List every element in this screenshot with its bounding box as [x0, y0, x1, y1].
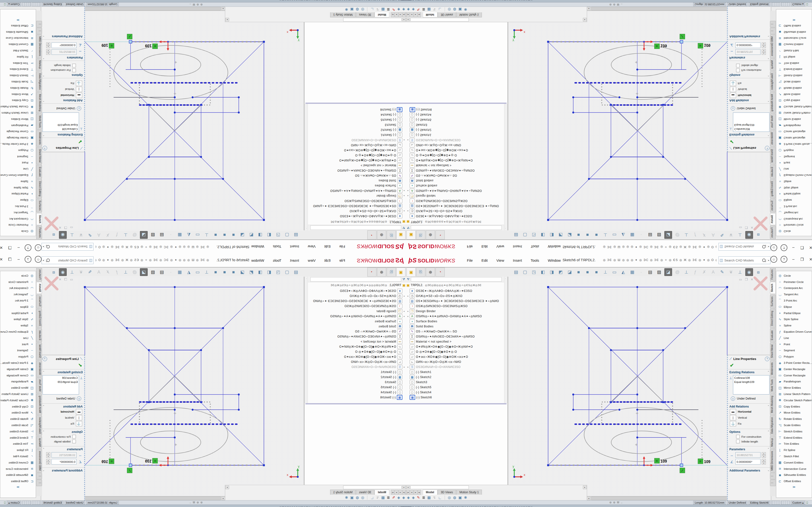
relation-collinear108[interactable]: Collinear108 [734, 376, 768, 380]
tree-item-sensors[interactable]: ▸◷ОΛЖ◎✦ЅƧ∘зО∘Оз∘ƧЅ✦◎ЖΛО [308, 209, 406, 214]
pencil-tool-icon[interactable]: ✎ [718, 231, 726, 238]
hidden-lines-visible-icon[interactable]: ◳ [274, 231, 282, 238]
solid-view-icon[interactable]: ■ [593, 269, 600, 276]
flyout-item-ellipse[interactable]: ⬭Ellipse [776, 197, 812, 203]
menu-edit[interactable]: Edit [323, 244, 332, 249]
tab-motion-study-1[interactable]: Motion Study 1 [330, 490, 356, 495]
tree-item-history[interactable]: ★ОЅЗЄ✦∘Ж◎ΛАФО∘ОФАΛ◎Ж∘✦ЄЗЅО [406, 214, 504, 219]
save-icon[interactable]: ▤ [647, 269, 654, 276]
grid-icon[interactable]: ▦ [176, 269, 184, 276]
save-icon[interactable]: ▤ [647, 231, 654, 238]
hidden-lines-visible-icon[interactable]: ◳ [530, 231, 538, 238]
pin-icon[interactable]: ➢ [551, 244, 554, 249]
relation-equal-length109[interactable]: Equal length109 [734, 380, 768, 384]
expand-arrow-icon[interactable]: ▸ [402, 366, 406, 368]
search-icon[interactable] [46, 245, 50, 248]
add-relation-horizontal[interactable]: ▬Horizontal [730, 409, 769, 414]
tab-mold-tools[interactable]: Mold Tools [36, 114, 42, 130]
filter-input[interactable] [411, 225, 502, 230]
flyout-item-partial-ellipse[interactable]: ◗Partial Ellipse [776, 191, 812, 197]
scroll-right-icon[interactable]: ▸ [583, 18, 587, 21]
tree-item-origin[interactable]: ⌙ОИN∘єс∘Ж◎О∘О◎Ж∘сє∘NИО [406, 359, 504, 364]
scroll-left-icon[interactable]: ◂ [402, 18, 406, 21]
user-account-icon[interactable]: ☺ [770, 256, 777, 263]
menu-insert[interactable]: Insert [512, 244, 523, 249]
tree-item-solid-bodies[interactable]: ⬒Solid Bodies [406, 324, 504, 329]
option-for-construction[interactable]: For construction [43, 435, 76, 439]
flyout-item-perimeter-circle[interactable]: ○Perimeter Circle [0, 279, 36, 285]
close-button[interactable]: ✕ [808, 245, 812, 250]
tab-evaluate[interactable]: Evaluate [36, 328, 42, 342]
expand-arrow-icon[interactable]: ▸ [406, 366, 410, 368]
flyout-item-3-point-center-recta[interactable]: ◈3 Point Center Recta... [0, 141, 36, 147]
dot-separator-icon[interactable]: · [167, 231, 174, 238]
shaded-with-edges-icon[interactable]: ◨ [548, 231, 555, 238]
tree-item-sketch[interactable]: ◻(-) Sketch4 [308, 112, 406, 117]
shadow-view-icon[interactable]: ◪ [239, 269, 246, 276]
flyout-item-ellipse[interactable]: ⬭Ellipse [776, 304, 812, 310]
search-icon[interactable] [46, 259, 50, 262]
collapse-icon[interactable]: ⌃ [43, 73, 45, 77]
menu-view[interactable]: View [495, 244, 505, 249]
tree-root-item[interactable]: ▣ TЯPDL2. ◎ЗЄ◎Ш◎◎◎✦◎ЭС◎ЗЄ◎✧◎ЄЅ◎Ж◎ЗЄ [406, 282, 503, 288]
flyout-item-sketch-fillet[interactable]: ◜Sketch Fillet [0, 48, 36, 54]
collapse-icon[interactable]: ⌃ [767, 430, 769, 434]
flyout-item-scale-entities[interactable]: ◹Scale Entities [0, 79, 36, 85]
tree-item-sketch[interactable]: ◻(-) Sketch5 [308, 385, 406, 390]
tree-item-sensors[interactable]: ▸◷ОΛЖ◎✦ЅƧ∘зО∘Оз∘ƧЅ✦◎ЖΛО [406, 209, 504, 214]
option-for-construction[interactable]: For construction [736, 435, 769, 439]
menu-view[interactable]: View [307, 244, 317, 249]
flyout-item-spline[interactable]: ≈Spline [776, 322, 812, 329]
taskbar-app-title[interactable]: TЯPDL2. [398, 506, 406, 507]
tree-item-plane[interactable]: ▱О✦ИN◎Ж+О※◉[О∘О]◉※О+Ж◎NИ✦О [308, 158, 406, 163]
tree-item-gauge[interactable]: ◔ОЅЖ◎ЅИNЗЄЅО∘ОЅЄЗNИЅ◎ЖЅО [308, 199, 406, 204]
flyout-item-sketch-fillet[interactable]: ◜Sketch Fillet [776, 453, 812, 459]
collapse-icon[interactable]: ⌃ [43, 448, 45, 451]
tree-item-plane[interactable]: ▱О✦ИN◎Ж+О※◉[О∘О]◉※О+Ж◎NИ✦О [308, 344, 406, 349]
motion-tool-icon[interactable]: ◈ [412, 7, 415, 12]
flyout-item-mirror-entities[interactable]: ◫Mirror Entities [776, 116, 812, 122]
scroll-left-icon[interactable]: ◂ [406, 18, 410, 21]
relations-listbox[interactable]: Collinear108Equal length109 [43, 375, 79, 394]
dot-separator-icon[interactable]: · [638, 231, 645, 238]
help-icon[interactable]: ? [43, 146, 47, 151]
flyout-item-center-rectangle[interactable]: ▣Center Rectangle [776, 135, 812, 141]
propertymanager-tab[interactable]: ⎘ [416, 230, 425, 239]
help-icon[interactable]: ? [780, 244, 788, 251]
tree-item-lock-folder[interactable]: ▸⚿ОЅЗЄИNАИ+О∘О+ИАNИЄЗЅО [308, 137, 406, 143]
tree-splitter[interactable] [406, 103, 507, 104]
tree-root-item[interactable]: ▣ TЯPDL2. ◎ЗЄ◎Ш◎◎◎✦◎ЭС◎ЗЄ◎✧◎ЄЅ◎Ж◎ЗЄ [406, 219, 503, 225]
flyout-item-perimeter-circle[interactable]: ○Perimeter Circle [776, 222, 812, 228]
tab-sketch[interactable]: Sketch [36, 213, 42, 225]
delete-relations-icon[interactable]: ✗ [701, 269, 708, 276]
doc-window-control-icon[interactable]: ❐ [64, 278, 67, 281]
motion-tool-icon[interactable]: ≣ [387, 7, 390, 12]
view-sketch-relations-icon[interactable]: ◉ [59, 268, 67, 276]
motion-tool-icon[interactable]: ◈ [397, 495, 400, 500]
scroll-right-icon[interactable]: ▸ [225, 18, 229, 21]
zebra-stripes-icon[interactable]: ▨ [149, 231, 157, 238]
tab-item[interactable]: ⋮ [36, 480, 42, 486]
tab-3d-views[interactable]: 3D Views [438, 490, 456, 495]
tree-item-report[interactable]: ▤ОЅ✦ЗЄЅОИN◎∘✦ ЭСЗЄИЗЄЅО∘ОЅЄЗИЄЗСЭ ✦∘◎NИО [406, 298, 504, 303]
help-icon[interactable]: ? [24, 256, 32, 263]
motion-tool-icon[interactable]: ◈ [402, 495, 405, 500]
text-tool-icon[interactable]: A [95, 231, 102, 238]
tab-mesh-modeling[interactable]: Mesh Modeling [36, 92, 42, 113]
motion-tool-icon[interactable]: ▦ [382, 495, 385, 500]
document-icon[interactable]: ▤ [512, 269, 520, 276]
viewport-layout-icon[interactable]: ▭ [611, 231, 618, 238]
appearance-icon[interactable]: ❦ [727, 269, 735, 276]
expand-arrow-icon[interactable]: ▸ [402, 190, 406, 192]
flyout-item-trim-entities[interactable]: ✂Trim Entities [776, 60, 812, 66]
motion-tool-icon[interactable]: ▦ [382, 7, 385, 12]
exit-sketch-icon[interactable]: ◪ [664, 231, 672, 239]
tree-item-sketch-grid[interactable]: ▦(-) Sketch2 [406, 127, 504, 132]
length-spinner[interactable]: ▲▼ [46, 452, 50, 458]
doc-window-control-icon[interactable]: ▭ [739, 278, 742, 281]
filter-input[interactable] [411, 277, 502, 282]
propertymanager-tab[interactable]: ⎘ [387, 230, 396, 239]
flyout-item-center-rectangle[interactable]: ▣Center Rectangle [776, 366, 812, 372]
section-header[interactable]: Parameters⌃ [729, 448, 769, 451]
tree-item-surface-bodies[interactable]: ◗Surface Bodies [308, 183, 406, 188]
